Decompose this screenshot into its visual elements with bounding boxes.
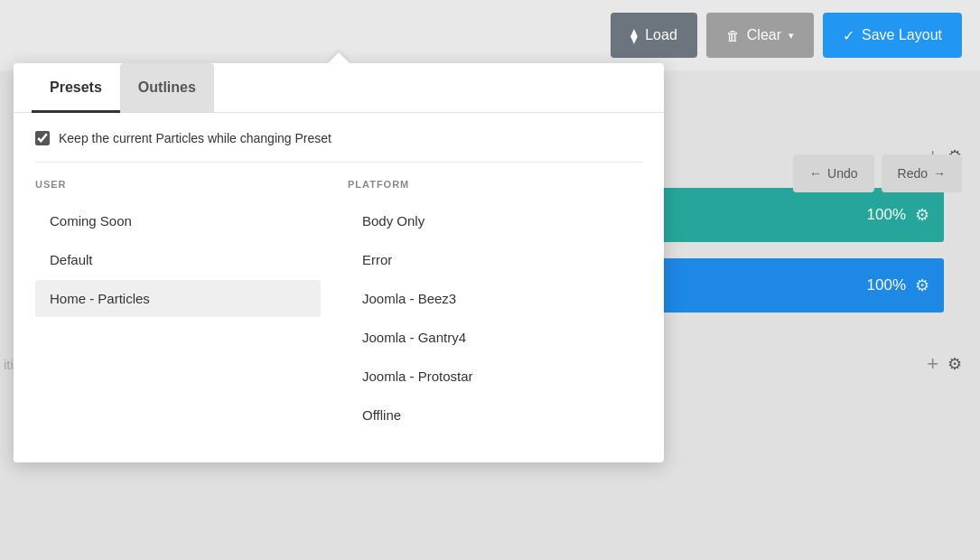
platform-column: PLATFORM Body Only Error Joomla - Beez3 …	[339, 179, 642, 435]
undo-button[interactable]: ← Undo	[793, 154, 873, 192]
tab-presets[interactable]: Presets	[32, 63, 120, 113]
presets-grid: USER Coming Soon Default Home - Particle…	[35, 179, 642, 435]
load-label: Load	[645, 27, 677, 43]
teal-row-settings-button[interactable]: ⚙	[915, 205, 929, 225]
keep-particles-label: Keep the current Particles while changin…	[59, 131, 331, 145]
arrow-right-icon: →	[933, 166, 946, 181]
partial-text: iti	[0, 357, 14, 372]
undo-label: Undo	[827, 166, 857, 181]
preset-home-particles[interactable]: Home - Particles	[35, 280, 321, 317]
tab-outlines[interactable]: Outlines	[120, 63, 214, 113]
presets-dropdown-panel: Presets Outlines Keep the current Partic…	[14, 63, 664, 462]
preset-default[interactable]: Default	[35, 241, 321, 278]
save-label: Save Layout	[862, 27, 942, 43]
preset-joomla-beez3[interactable]: Joomla - Beez3	[348, 280, 642, 317]
blue-row-percent: 100%	[867, 276, 906, 294]
clear-label: Clear	[747, 27, 781, 43]
add-row-bottom-button[interactable]: +	[927, 352, 938, 376]
preset-offline[interactable]: Offline	[348, 397, 642, 434]
redo-label: Redo	[898, 166, 928, 181]
settings-row-bottom-button[interactable]: ⚙	[947, 354, 962, 374]
preset-body-only[interactable]: Body Only	[348, 202, 642, 239]
load-button[interactable]: ⧫ Load	[611, 13, 697, 58]
preset-error[interactable]: Error	[348, 241, 642, 278]
check-icon: ✓	[843, 27, 854, 44]
clear-button[interactable]: 🗑 Clear ▾	[706, 13, 814, 58]
preset-joomla-gantry4[interactable]: Joomla - Gantry4	[348, 319, 642, 356]
save-layout-button[interactable]: ✓ Save Layout	[823, 13, 962, 58]
fork-icon: ⧫	[630, 27, 638, 44]
panel-content: Keep the current Particles while changin…	[14, 113, 664, 462]
preset-joomla-protostar[interactable]: Joomla - Protostar	[348, 358, 642, 395]
main-toolbar: ⧫ Load 🗑 Clear ▾ ✓ Save Layout	[0, 0, 980, 70]
user-section-header: USER	[35, 179, 321, 190]
redo-button[interactable]: Redo →	[882, 154, 962, 192]
trash-icon: 🗑	[726, 28, 740, 43]
secondary-toolbar: ← Undo Redo →	[793, 141, 962, 192]
arrow-left-icon: ←	[809, 166, 822, 181]
keep-particles-row: Keep the current Particles while changin…	[35, 131, 642, 163]
keep-particles-checkbox[interactable]	[35, 131, 50, 145]
platform-section-header: PLATFORM	[348, 179, 642, 190]
blue-row-settings-button[interactable]: ⚙	[915, 275, 929, 295]
tab-bar: Presets Outlines	[14, 63, 664, 113]
user-column: USER Coming Soon Default Home - Particle…	[35, 179, 339, 435]
chevron-down-icon: ▾	[789, 30, 794, 42]
teal-row-percent: 100%	[867, 206, 906, 224]
preset-coming-soon[interactable]: Coming Soon	[35, 202, 321, 239]
